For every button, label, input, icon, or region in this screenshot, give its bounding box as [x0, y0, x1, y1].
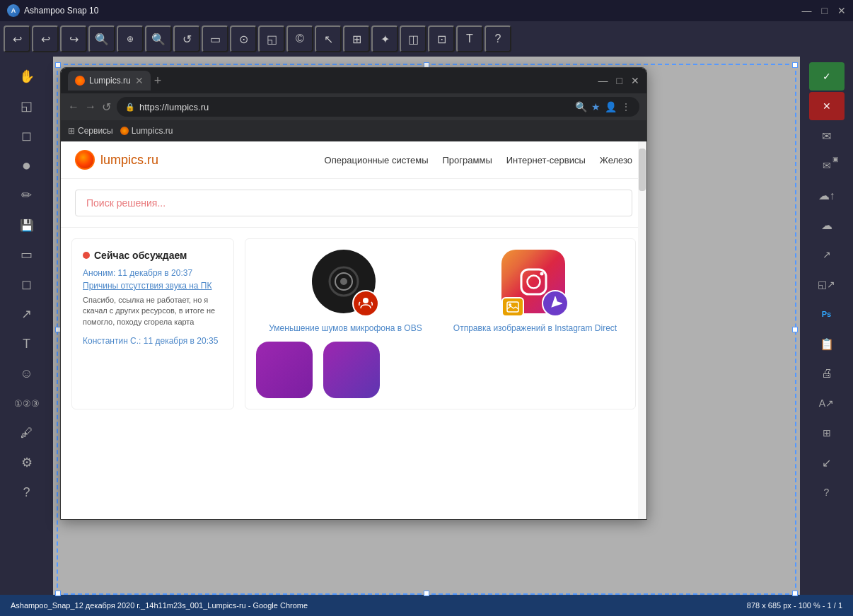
cloud2-button[interactable]: ☁: [809, 211, 845, 239]
nav-internet[interactable]: Интернет-сервисы: [506, 155, 586, 165]
undo2-button[interactable]: ↩: [32, 25, 59, 52]
text-tool-button[interactable]: T: [456, 25, 483, 52]
circle-button[interactable]: ⊙: [230, 25, 257, 52]
email2-button[interactable]: ✉▣: [809, 151, 845, 180]
scrollbar[interactable]: [638, 141, 646, 520]
logo-text: lumpics.ru: [100, 153, 158, 168]
tool-blob[interactable]: ●: [9, 151, 45, 180]
bookmark-apps[interactable]: ⊞ Сервисы: [68, 126, 113, 136]
nav-hardware[interactable]: Железо: [600, 155, 632, 165]
comment1-link[interactable]: Причины отсутствия звука на ПК: [83, 281, 223, 291]
zoom-100-button[interactable]: ⊕: [117, 25, 144, 52]
instagram-icon-container: [501, 250, 569, 317]
app-layout: ✋ ◱ ◻ ● ✏ 💾 ▭ ◻ ↗ T ☺ ①②③ 🖋 ⚙ ?: [0, 57, 853, 595]
crop-button[interactable]: ⊡: [428, 25, 455, 52]
nav-forward[interactable]: →: [85, 100, 96, 113]
tool-hand[interactable]: ✋: [9, 62, 45, 91]
browser-tab-lumpics[interactable]: Lumpics.ru ✕: [68, 71, 151, 91]
title-bar: A Ashampoo Snap 10 — □ ✕: [0, 0, 853, 21]
bookmark-lumpics-label: Lumpics.ru: [132, 126, 173, 136]
wand-button[interactable]: ✦: [371, 25, 398, 52]
rotate-button[interactable]: ↺: [173, 25, 200, 52]
bookmark-lumpics[interactable]: Lumpics.ru: [120, 126, 173, 136]
clipboard-button[interactable]: 📋: [809, 330, 845, 358]
browser-maximize[interactable]: □: [617, 75, 622, 86]
select-button[interactable]: ↖: [315, 25, 342, 52]
tool-brush[interactable]: 🖋: [9, 419, 45, 447]
right-help-button[interactable]: ?: [809, 478, 845, 506]
tool-numbering[interactable]: ①②③: [9, 389, 45, 417]
copyright-button[interactable]: ©: [286, 25, 313, 52]
cut-button[interactable]: ◱: [258, 25, 285, 52]
close-button[interactable]: ✕: [837, 5, 846, 16]
new-tab-button[interactable]: +: [154, 74, 162, 88]
tool-stamp[interactable]: ◻: [9, 270, 45, 298]
bookmark-lumpics-favicon: [120, 127, 129, 135]
browser-close[interactable]: ✕: [631, 75, 639, 86]
browser-window-controls[interactable]: — □ ✕: [598, 75, 639, 86]
tool-crop[interactable]: ◱: [9, 92, 45, 120]
tab-favicon: [75, 76, 85, 86]
nav-programs[interactable]: Программы: [443, 155, 492, 165]
main-content: Lumpics.ru ✕ + — □ ✕ ← → ↺ 🔒 https: [53, 57, 800, 595]
handle-tr[interactable]: [792, 62, 798, 68]
bookmark-icon[interactable]: ★: [591, 101, 600, 112]
svg-point-3: [363, 298, 369, 303]
export-button[interactable]: ◱↗: [809, 270, 845, 298]
cloud-upload-button[interactable]: ☁↑: [809, 181, 845, 209]
cancel-action-button[interactable]: ✕: [809, 92, 845, 120]
tool-pencil[interactable]: ✏: [9, 181, 45, 209]
svg-point-5: [527, 275, 540, 288]
app-item-instagram[interactable]: Отправка изображений в Instagram Direct: [446, 250, 625, 335]
minimize-button[interactable]: —: [802, 5, 812, 16]
search-input[interactable]: Поиск решения...: [75, 190, 632, 216]
search-icon[interactable]: 🔍: [575, 101, 587, 112]
photoshop-button[interactable]: Ps: [809, 300, 845, 328]
tool-help[interactable]: ?: [9, 478, 45, 506]
grid-button[interactable]: ⊞: [343, 25, 370, 52]
undo-button[interactable]: ↩: [4, 25, 30, 52]
tab-close-button[interactable]: ✕: [135, 75, 144, 86]
share-button[interactable]: ↗: [809, 240, 845, 269]
window-controls[interactable]: — □ ✕: [802, 5, 846, 16]
tool-rect[interactable]: ▭: [9, 240, 45, 269]
grid-export-button[interactable]: ⊞: [809, 419, 845, 447]
tool-arrow-diag[interactable]: ↗: [9, 300, 45, 328]
nav-refresh[interactable]: ↺: [102, 100, 111, 114]
app-item-obs[interactable]: Уменьшение шумов микрофона в OBS: [256, 250, 435, 335]
rectangle-button[interactable]: ▭: [202, 25, 228, 52]
tab-title: Lumpics.ru: [89, 76, 131, 86]
stamp-button[interactable]: ◫: [400, 25, 426, 52]
send-icon: [548, 296, 562, 310]
lumpics-logo[interactable]: lumpics.ru: [75, 150, 158, 170]
tool-emoji[interactable]: ☺: [9, 359, 45, 388]
comment1-author: Аноним: 11 декабря в 20:37: [83, 268, 223, 278]
svg-rect-8: [507, 302, 518, 312]
nav-os[interactable]: Операционные системы: [325, 155, 429, 165]
tool-text[interactable]: T: [9, 330, 45, 358]
zoom-in-button[interactable]: 🔍: [145, 25, 172, 52]
tool-eraser[interactable]: ◻: [9, 122, 45, 150]
tool-settings[interactable]: ⚙: [9, 448, 45, 477]
handle-tl[interactable]: [55, 62, 61, 68]
svg-marker-7: [548, 296, 562, 310]
save3-button[interactable]: ↙: [809, 448, 845, 477]
tool-save[interactable]: 💾: [9, 211, 45, 239]
nav-back[interactable]: ←: [68, 100, 79, 113]
scrollbar-thumb[interactable]: [639, 149, 646, 191]
handle-right[interactable]: [792, 327, 798, 332]
address-bar[interactable]: 🔒 https://lumpics.ru 🔍 ★ 👤 ⋮: [117, 97, 639, 117]
email-button[interactable]: ✉: [809, 122, 845, 150]
browser-minimize[interactable]: —: [598, 75, 608, 86]
confirm-button[interactable]: ✓: [809, 62, 845, 91]
menu-icon[interactable]: ⋮: [621, 101, 631, 112]
text-export-button[interactable]: A↗: [809, 389, 845, 417]
toolbar-help-button[interactable]: ?: [484, 25, 511, 52]
print-button[interactable]: 🖨: [809, 359, 845, 388]
account-icon[interactable]: 👤: [605, 101, 617, 112]
redo-button[interactable]: ↪: [60, 25, 87, 52]
discussions-card: Сейчас обсуждаем Аноним: 11 декабря в 20…: [71, 238, 234, 409]
lock-icon: 🔒: [125, 103, 135, 112]
zoom-out-button[interactable]: 🔍: [88, 25, 115, 52]
maximize-button[interactable]: □: [822, 5, 828, 16]
